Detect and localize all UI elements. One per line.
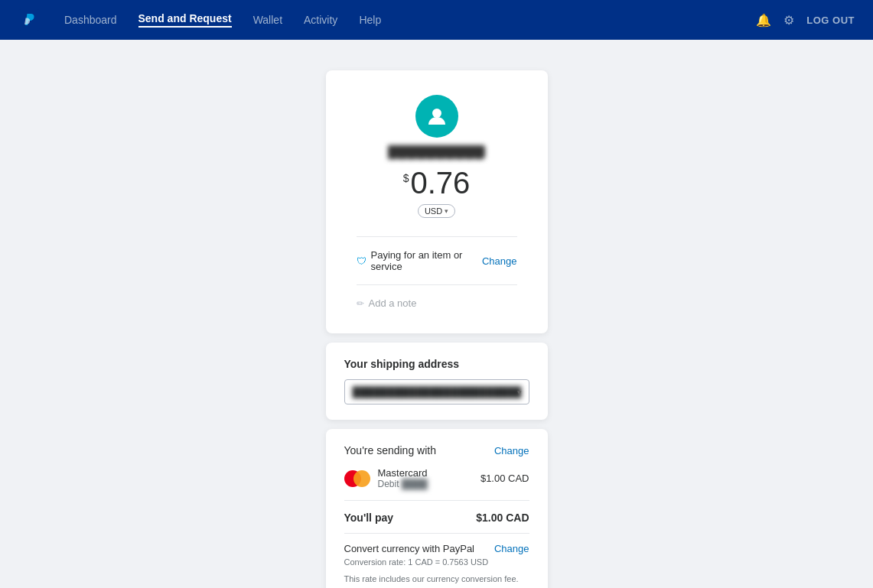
recipient-card: ██████████ $ 0.76 USD ▾ 🛡 Paying for an …	[326, 70, 548, 333]
payment-method-name: Mastercard	[378, 467, 428, 479]
payment-type-change-link[interactable]: Change	[482, 255, 517, 267]
cards-wrapper: ██████████ $ 0.76 USD ▾ 🛡 Paying for an …	[326, 70, 548, 588]
youll-pay-label: You'll pay	[344, 512, 394, 524]
sending-change-link[interactable]: Change	[494, 445, 529, 456]
sending-header: You're sending with Change	[344, 444, 529, 456]
currency-convert-row: Convert currency with PayPal Change	[344, 534, 529, 554]
address-select-wrapper: ████████████████████████ ▾	[344, 379, 529, 404]
payment-method-row: Mastercard Debit ████ $1.00 CAD	[344, 467, 529, 501]
nav-help[interactable]: Help	[359, 14, 381, 26]
payment-method-sub: Debit ████	[378, 479, 428, 489]
add-note-row[interactable]: ✏ Add a note	[357, 297, 517, 309]
add-note-text: Add a note	[369, 297, 417, 309]
payment-type-text: Paying for an item or service	[371, 249, 482, 272]
divider-1	[357, 236, 517, 237]
person-icon	[425, 105, 448, 128]
chevron-down-icon: ▾	[445, 207, 448, 215]
amount-dollar-sign: $	[403, 172, 409, 184]
avatar	[415, 95, 458, 138]
mc-circle-right	[353, 470, 370, 487]
amount-value: 0.76	[410, 167, 470, 198]
currency-convert-label: Convert currency with PayPal	[344, 543, 475, 554]
conversion-rate: Conversion rate: 1 CAD = 0.7563 USD	[344, 557, 529, 567]
payment-amount: $1.00 CAD	[480, 473, 529, 484]
navbar: Dashboard Send and Request Wallet Activi…	[0, 0, 873, 40]
address-select[interactable]: ████████████████████████	[344, 379, 529, 404]
currency-selector[interactable]: USD ▾	[418, 204, 455, 218]
payment-method-info: Mastercard Debit ████	[378, 467, 428, 489]
nav-wallet[interactable]: Wallet	[253, 14, 282, 26]
main-content: ██████████ $ 0.76 USD ▾ 🛡 Paying for an …	[0, 40, 873, 588]
payment-card: You're sending with Change Mastercard De…	[326, 429, 548, 588]
pencil-icon: ✏	[357, 298, 364, 309]
nav-activity[interactable]: Activity	[304, 14, 337, 26]
paypal-logo-icon	[18, 9, 40, 31]
nav-dashboard[interactable]: Dashboard	[64, 14, 117, 26]
shipping-card: Your shipping address ██████████████████…	[326, 343, 548, 420]
bell-icon[interactable]: 🔔	[756, 13, 771, 28]
conversion-note: This rate includes our currency conversi…	[344, 574, 529, 583]
svg-point-1	[432, 109, 441, 118]
address-value: ████████████████████████	[353, 386, 522, 398]
youll-pay-row: You'll pay $1.00 CAD	[344, 501, 529, 534]
nav-send-and-request[interactable]: Send and Request	[138, 12, 232, 28]
mastercard-icon	[344, 470, 370, 487]
currency-label: USD	[425, 206, 442, 216]
shipping-label: Your shipping address	[344, 358, 529, 370]
shield-icon: 🛡	[357, 255, 366, 267]
logout-button[interactable]: LOG OUT	[806, 15, 855, 26]
recipient-name: ██████████	[388, 145, 484, 158]
amount-row: $ 0.76	[403, 167, 471, 198]
payment-type-row: 🛡 Paying for an item or service Change	[357, 249, 517, 272]
nav-right: 🔔 ⚙ LOG OUT	[756, 13, 855, 28]
payment-type-left: 🛡 Paying for an item or service	[357, 249, 482, 272]
sending-label: You're sending with	[344, 444, 436, 456]
currency-convert-change-link[interactable]: Change	[494, 543, 529, 554]
nav-links: Dashboard Send and Request Wallet Activi…	[64, 12, 756, 28]
gear-icon[interactable]: ⚙	[783, 13, 794, 28]
youll-pay-amount: $1.00 CAD	[476, 512, 529, 524]
divider-2	[357, 284, 517, 285]
recipient-section: ██████████ $ 0.76 USD ▾	[357, 95, 517, 218]
payment-method-left: Mastercard Debit ████	[344, 467, 428, 489]
